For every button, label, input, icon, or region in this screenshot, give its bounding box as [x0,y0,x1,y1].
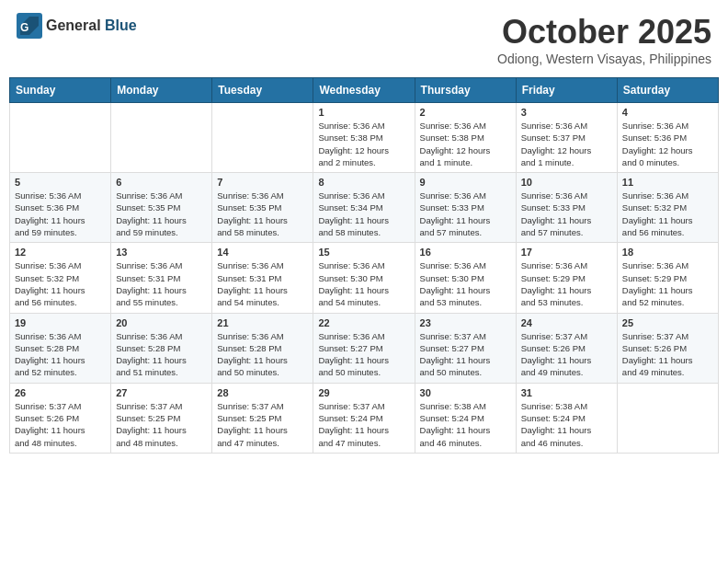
calendar-table: SundayMondayTuesdayWednesdayThursdayFrid… [9,77,719,454]
day-number: 9 [420,177,511,188]
day-number: 14 [217,247,308,258]
day-cell-8: 8Sunrise: 5:36 AM Sunset: 5:34 PM Daylig… [313,173,415,243]
day-number: 10 [521,177,612,188]
day-cell-14: 14Sunrise: 5:36 AM Sunset: 5:31 PM Dayli… [212,243,313,313]
day-cell-6: 6Sunrise: 5:36 AM Sunset: 5:35 PM Daylig… [111,173,212,243]
day-cell-28: 28Sunrise: 5:37 AM Sunset: 5:25 PM Dayli… [212,383,313,453]
day-cell-29: 29Sunrise: 5:37 AM Sunset: 5:24 PM Dayli… [313,383,415,453]
day-info: Sunrise: 5:37 AM Sunset: 5:26 PM Dayligh… [521,330,612,379]
day-info: Sunrise: 5:37 AM Sunset: 5:24 PM Dayligh… [318,400,409,449]
day-info: Sunrise: 5:36 AM Sunset: 5:30 PM Dayligh… [318,259,409,308]
calendar-week-4: 19Sunrise: 5:36 AM Sunset: 5:28 PM Dayli… [10,313,719,383]
day-cell-22: 22Sunrise: 5:36 AM Sunset: 5:27 PM Dayli… [313,313,415,383]
day-info: Sunrise: 5:37 AM Sunset: 5:26 PM Dayligh… [622,330,713,379]
day-cell-16: 16Sunrise: 5:36 AM Sunset: 5:30 PM Dayli… [415,243,516,313]
day-info: Sunrise: 5:38 AM Sunset: 5:24 PM Dayligh… [420,400,511,449]
logo-blue-text: Blue [105,17,137,33]
day-info: Sunrise: 5:36 AM Sunset: 5:30 PM Dayligh… [420,259,511,308]
day-cell-24: 24Sunrise: 5:37 AM Sunset: 5:26 PM Dayli… [516,313,617,383]
day-cell-20: 20Sunrise: 5:36 AM Sunset: 5:28 PM Dayli… [111,313,212,383]
weekday-header-sunday: Sunday [10,78,111,103]
day-info: Sunrise: 5:37 AM Sunset: 5:25 PM Dayligh… [116,400,207,449]
day-info: Sunrise: 5:37 AM Sunset: 5:27 PM Dayligh… [420,330,511,379]
empty-cell [212,103,313,173]
weekday-header-tuesday: Tuesday [212,78,313,103]
day-info: Sunrise: 5:36 AM Sunset: 5:28 PM Dayligh… [15,330,106,379]
day-number: 17 [521,247,612,258]
day-number: 3 [521,107,612,118]
empty-cell [10,103,111,173]
weekday-header-thursday: Thursday [415,78,516,103]
day-cell-18: 18Sunrise: 5:36 AM Sunset: 5:29 PM Dayli… [617,243,718,313]
logo-icon: G [17,13,42,39]
day-cell-1: 1Sunrise: 5:36 AM Sunset: 5:38 PM Daylig… [313,103,415,173]
weekday-header-saturday: Saturday [617,78,718,103]
title-section: October 2025 Odiong, Western Visayas, Ph… [497,13,711,66]
day-number: 8 [318,177,409,188]
day-cell-17: 17Sunrise: 5:36 AM Sunset: 5:29 PM Dayli… [516,243,617,313]
day-number: 2 [420,107,511,118]
day-cell-12: 12Sunrise: 5:36 AM Sunset: 5:32 PM Dayli… [10,243,111,313]
day-cell-15: 15Sunrise: 5:36 AM Sunset: 5:30 PM Dayli… [313,243,415,313]
day-info: Sunrise: 5:36 AM Sunset: 5:29 PM Dayligh… [622,259,713,308]
day-info: Sunrise: 5:36 AM Sunset: 5:35 PM Dayligh… [116,190,207,238]
day-number: 24 [521,317,612,328]
day-info: Sunrise: 5:36 AM Sunset: 5:28 PM Dayligh… [116,330,207,379]
calendar-week-5: 26Sunrise: 5:37 AM Sunset: 5:26 PM Dayli… [10,383,719,453]
header: G General Blue October 2025 Odiong, West… [9,9,719,70]
day-cell-21: 21Sunrise: 5:36 AM Sunset: 5:28 PM Dayli… [212,313,313,383]
day-cell-9: 9Sunrise: 5:36 AM Sunset: 5:33 PM Daylig… [415,173,516,243]
day-number: 12 [15,247,106,258]
day-number: 31 [521,387,612,398]
day-cell-25: 25Sunrise: 5:37 AM Sunset: 5:26 PM Dayli… [617,313,718,383]
day-cell-10: 10Sunrise: 5:36 AM Sunset: 5:33 PM Dayli… [516,173,617,243]
day-info: Sunrise: 5:37 AM Sunset: 5:26 PM Dayligh… [15,400,106,449]
day-cell-5: 5Sunrise: 5:36 AM Sunset: 5:36 PM Daylig… [10,173,111,243]
day-info: Sunrise: 5:36 AM Sunset: 5:37 PM Dayligh… [521,120,612,168]
logo: G General Blue [17,13,137,39]
day-info: Sunrise: 5:36 AM Sunset: 5:28 PM Dayligh… [217,330,308,379]
day-number: 6 [116,177,207,188]
day-number: 15 [318,247,409,258]
day-cell-7: 7Sunrise: 5:36 AM Sunset: 5:35 PM Daylig… [212,173,313,243]
day-number: 18 [622,247,713,258]
day-cell-11: 11Sunrise: 5:36 AM Sunset: 5:32 PM Dayli… [617,173,718,243]
day-number: 23 [420,317,511,328]
day-info: Sunrise: 5:36 AM Sunset: 5:31 PM Dayligh… [116,259,207,308]
svg-text:G: G [20,21,28,34]
day-number: 16 [420,247,511,258]
day-cell-31: 31Sunrise: 5:38 AM Sunset: 5:24 PM Dayli… [516,383,617,453]
day-info: Sunrise: 5:36 AM Sunset: 5:32 PM Dayligh… [622,190,713,238]
day-cell-4: 4Sunrise: 5:36 AM Sunset: 5:36 PM Daylig… [617,103,718,173]
day-number: 5 [15,177,106,188]
empty-cell [111,103,212,173]
day-info: Sunrise: 5:36 AM Sunset: 5:29 PM Dayligh… [521,259,612,308]
day-number: 27 [116,387,207,398]
day-number: 7 [217,177,308,188]
day-number: 21 [217,317,308,328]
day-info: Sunrise: 5:36 AM Sunset: 5:38 PM Dayligh… [420,120,511,168]
day-number: 28 [217,387,308,398]
day-number: 26 [15,387,106,398]
day-cell-19: 19Sunrise: 5:36 AM Sunset: 5:28 PM Dayli… [10,313,111,383]
day-info: Sunrise: 5:36 AM Sunset: 5:31 PM Dayligh… [217,259,308,308]
day-number: 4 [622,107,713,118]
day-info: Sunrise: 5:36 AM Sunset: 5:33 PM Dayligh… [420,190,511,238]
day-cell-27: 27Sunrise: 5:37 AM Sunset: 5:25 PM Dayli… [111,383,212,453]
day-info: Sunrise: 5:37 AM Sunset: 5:25 PM Dayligh… [217,400,308,449]
day-number: 25 [622,317,713,328]
day-number: 13 [116,247,207,258]
location: Odiong, Western Visayas, Philippines [497,52,711,66]
day-info: Sunrise: 5:36 AM Sunset: 5:34 PM Dayligh… [318,190,409,238]
day-cell-30: 30Sunrise: 5:38 AM Sunset: 5:24 PM Dayli… [415,383,516,453]
day-number: 11 [622,177,713,188]
day-number: 1 [318,107,409,118]
day-info: Sunrise: 5:38 AM Sunset: 5:24 PM Dayligh… [521,400,612,449]
weekday-header-wednesday: Wednesday [313,78,415,103]
day-info: Sunrise: 5:36 AM Sunset: 5:35 PM Dayligh… [217,190,308,238]
weekday-header-friday: Friday [516,78,617,103]
calendar-week-1: 1Sunrise: 5:36 AM Sunset: 5:38 PM Daylig… [10,103,719,173]
calendar-week-3: 12Sunrise: 5:36 AM Sunset: 5:32 PM Dayli… [10,243,719,313]
calendar-week-2: 5Sunrise: 5:36 AM Sunset: 5:36 PM Daylig… [10,173,719,243]
day-number: 20 [116,317,207,328]
